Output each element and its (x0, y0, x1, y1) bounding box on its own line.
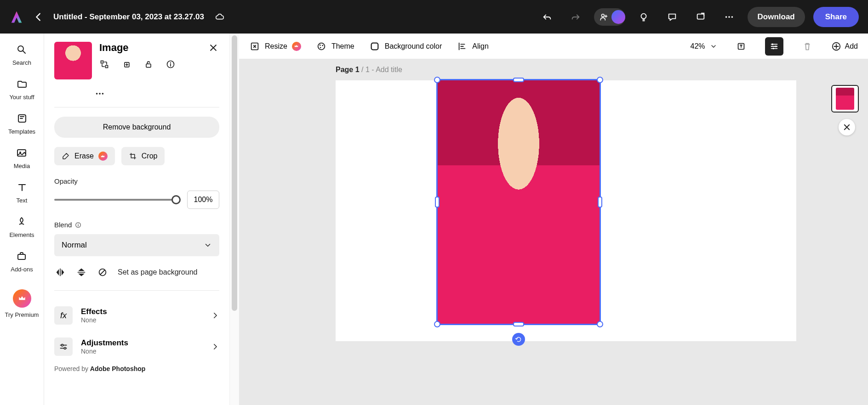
crop-icon (129, 152, 137, 160)
more-panel-icon[interactable] (95, 89, 105, 99)
remove-background-button[interactable]: Remove background (54, 117, 219, 138)
svg-point-23 (61, 344, 63, 346)
flip-vertical-icon[interactable] (75, 266, 87, 278)
svg-point-3 (725, 16, 727, 18)
add-page-button[interactable]: Add (831, 41, 858, 51)
panel-scrollbar-thumb[interactable] (232, 35, 237, 311)
svg-point-33 (775, 45, 777, 47)
lock-icon[interactable] (143, 59, 154, 69)
rail-text[interactable]: Text (16, 181, 28, 204)
opacity-slider[interactable] (54, 199, 180, 201)
premium-badge-icon (292, 42, 301, 51)
resize-handle-top[interactable] (513, 78, 524, 82)
effects-row[interactable]: fx Effects None (54, 300, 219, 331)
selected-image[interactable] (438, 80, 600, 324)
context-bar: Resize Theme Background color Align 42% (239, 34, 868, 59)
resize-handle-tl[interactable] (434, 77, 440, 83)
erase-button[interactable]: Erase (54, 147, 115, 165)
rail-search-label: Search (12, 59, 31, 66)
sliders-icon (54, 338, 73, 356)
resize-handle-left[interactable] (435, 197, 440, 208)
theme-icon (316, 41, 327, 52)
opacity-value[interactable]: 100% (187, 191, 219, 209)
timeline-toggle[interactable] (765, 37, 783, 56)
present-icon[interactable] (695, 11, 706, 22)
svg-point-5 (731, 16, 733, 18)
rail-addons[interactable]: Add-ons (11, 250, 33, 273)
lightbulb-icon[interactable] (638, 11, 649, 22)
resize-handle-bottom[interactable] (513, 322, 524, 326)
opacity-slider-knob[interactable] (171, 195, 181, 204)
rail-premium-label: Try Premium (5, 311, 39, 318)
svg-point-4 (728, 16, 730, 18)
theme-button[interactable]: Theme (316, 41, 354, 52)
resize-handle-right[interactable] (598, 197, 602, 208)
chevron-down-icon (204, 241, 212, 249)
crop-button[interactable]: Crop (121, 147, 165, 165)
swap-icon[interactable] (99, 59, 109, 69)
align-button[interactable]: Align (457, 41, 489, 52)
page-thumbnail[interactable] (831, 85, 859, 112)
addons-icon (16, 250, 28, 262)
no-bg-icon[interactable] (97, 266, 108, 278)
adjustments-row[interactable]: Adjustments None (54, 331, 219, 362)
svg-point-17 (96, 93, 98, 95)
rail-try-premium[interactable]: Try Premium (5, 285, 39, 318)
rail-elements[interactable]: Elements (9, 216, 34, 238)
resize-handle-tr[interactable] (597, 77, 603, 83)
share-button[interactable]: Share (813, 7, 859, 27)
panel-scrollbar[interactable] (230, 34, 239, 405)
svg-point-27 (320, 44, 321, 45)
set-page-background-label[interactable]: Set as page background (118, 268, 197, 276)
plus-circle-icon (831, 41, 841, 51)
rail-media[interactable]: Media (14, 147, 30, 169)
duplicate-icon[interactable] (121, 59, 131, 69)
flip-horizontal-icon[interactable] (54, 266, 66, 278)
rail-elements-label: Elements (9, 231, 34, 238)
rail-media-label: Media (14, 163, 30, 169)
canvas-stage[interactable]: Page 1 / 1 - Add title (239, 59, 868, 405)
adjustments-subtitle: None (81, 348, 128, 355)
info-icon[interactable] (166, 59, 176, 69)
rail-your-stuff[interactable]: Your stuff (9, 78, 34, 101)
image-thumbnail[interactable] (54, 42, 92, 79)
add-title-link[interactable]: Add title (376, 66, 402, 73)
svg-rect-30 (371, 43, 378, 50)
svg-rect-10 (18, 254, 25, 259)
resize-handle-br[interactable] (597, 321, 603, 327)
back-button[interactable] (32, 11, 45, 23)
blend-mode-select[interactable]: Normal (54, 234, 219, 256)
background-color-button[interactable]: Background color (369, 41, 442, 52)
undo-icon[interactable] (542, 11, 553, 22)
effects-subtitle: None (81, 316, 107, 324)
more-icon[interactable] (724, 11, 735, 22)
page-indicator[interactable]: Page 1 / 1 - Add title (336, 66, 402, 74)
collaborators[interactable] (594, 8, 625, 26)
zoom-control[interactable]: 42% (691, 42, 717, 51)
safe-area-toggle[interactable] (732, 37, 750, 56)
redo-icon[interactable] (570, 11, 581, 22)
rail-your-stuff-label: Your stuff (9, 94, 34, 101)
app-logo[interactable] (9, 10, 24, 24)
rail-text-label: Text (17, 197, 28, 204)
document-title[interactable]: Untitled - September 03, 2023 at 23.27.0… (53, 12, 204, 22)
svg-point-29 (320, 47, 321, 48)
blend-mode-value: Normal (62, 241, 87, 250)
close-panel-button[interactable] (207, 42, 219, 54)
svg-point-26 (318, 43, 325, 50)
templates-icon (16, 112, 28, 124)
rail-templates-label: Templates (8, 128, 35, 135)
close-thumbnails-button[interactable] (839, 119, 855, 135)
rail-templates[interactable]: Templates (8, 112, 35, 135)
comment-icon[interactable] (667, 11, 678, 22)
delete-button[interactable] (798, 37, 817, 56)
download-button[interactable]: Download (748, 7, 805, 27)
resize-handle-bl[interactable] (434, 321, 440, 327)
info-small-icon[interactable] (74, 221, 82, 229)
rotate-handle[interactable] (512, 333, 525, 346)
cloud-sync-icon[interactable] (214, 11, 225, 22)
search-icon (16, 44, 28, 56)
resize-button[interactable]: Resize (249, 41, 301, 52)
rail-search[interactable]: Search (12, 44, 31, 66)
add-collaborator-icon (599, 12, 609, 22)
